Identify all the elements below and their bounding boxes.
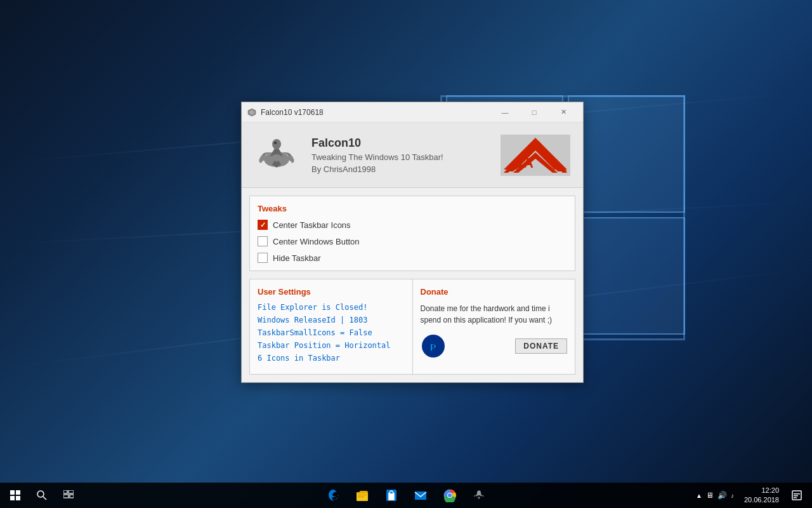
tray-expand-icon[interactable]: ▲: [696, 492, 702, 499]
taskbar-mail-button[interactable]: [407, 483, 435, 508]
setting-icon-count: 6 Icons in Taskbar: [258, 354, 405, 363]
donate-button[interactable]: DONATE: [515, 338, 567, 354]
donate-bottom: P P DONATE: [421, 333, 568, 359]
svg-rect-26: [389, 493, 394, 500]
checkbox-row-center-windows: Center Windows Button: [258, 236, 567, 246]
checkbox-row-hide-taskbar: Hide Taskbar: [258, 253, 567, 263]
center-taskbar-icons-checkbox[interactable]: [258, 220, 268, 230]
svg-rect-35: [794, 495, 798, 497]
app-header: Falcon10 Tweaking The Windows 10 Taskbar…: [242, 123, 583, 188]
donate-section: Donate Donate me for the hardwork and ti…: [413, 279, 575, 374]
minimize-button[interactable]: —: [490, 102, 520, 123]
window-controls: — □ ✕: [490, 102, 578, 123]
tweaks-section: Tweaks Center Taskbar Icons Center Windo…: [249, 196, 575, 271]
desktop: Falcon10 v170618 — □ ✕: [0, 0, 812, 508]
clock-time: 12:20: [744, 486, 779, 495]
bottom-sections: User Settings File Explorer is Closed! W…: [249, 279, 575, 375]
app-window: Falcon10 v170618 — □ ✕: [241, 102, 584, 383]
donate-text: Donate me for the hardwork and time i sp…: [421, 303, 568, 326]
checkbox-row-center-taskbar: Center Taskbar Icons: [258, 220, 567, 230]
search-button[interactable]: [29, 483, 55, 508]
center-windows-button-label: Center Windows Button: [273, 237, 360, 246]
setting-position: Taskbar Position = Horizontal: [258, 341, 405, 350]
app-tagline: Tweaking The Windows 10 Taskbar!: [311, 152, 488, 162]
svg-rect-19: [69, 490, 74, 493]
svg-rect-13: [16, 490, 20, 495]
svg-point-16: [37, 491, 44, 497]
window-titlebar: Falcon10 v170618 — □ ✕: [242, 102, 583, 123]
maximize-button[interactable]: □: [520, 102, 549, 123]
svg-point-1: [272, 139, 281, 149]
svg-point-32: [477, 491, 481, 495]
svg-rect-15: [16, 496, 20, 500]
svg-rect-27: [415, 491, 426, 500]
svg-rect-21: [70, 495, 74, 498]
setting-file-explorer: File Explorer is Closed!: [258, 303, 405, 312]
taskbar-falcon-button[interactable]: [465, 483, 493, 508]
user-settings-section: User Settings File Explorer is Closed! W…: [250, 279, 413, 374]
taskbar-right: ▲ 🖥 🔊 ♪ 12:20 20.06.2018: [691, 483, 812, 508]
taskbar-clock[interactable]: 12:20 20.06.2018: [742, 486, 782, 505]
svg-rect-23: [358, 495, 367, 495]
taskbar-center-apps: [319, 483, 493, 508]
svg-rect-36: [794, 497, 797, 498]
app-author: By ChrisAnd1998: [311, 164, 488, 174]
paypal-icon: P P: [421, 333, 446, 359]
svg-rect-12: [10, 490, 15, 495]
tweaks-title: Tweaks: [258, 204, 567, 213]
taskbar-chrome-button[interactable]: [436, 483, 464, 508]
close-button[interactable]: ✕: [549, 102, 578, 123]
notification-center-button[interactable]: [784, 483, 809, 508]
app-name: Falcon10: [311, 137, 488, 150]
app-info: Falcon10 Tweaking The Windows 10 Taskbar…: [311, 137, 488, 174]
donate-title: Donate: [421, 287, 568, 297]
setting-release-id: Windows ReleaseId | 1803: [258, 316, 405, 324]
taskbar-store-button[interactable]: [377, 483, 405, 508]
taskbar: ▲ 🖥 🔊 ♪ 12:20 20.06.2018: [0, 483, 812, 508]
svg-point-2: [274, 142, 277, 144]
svg-rect-18: [63, 490, 67, 493]
falcon-logo-icon: [254, 133, 299, 177]
center-windows-button-checkbox[interactable]: [258, 236, 268, 246]
svg-rect-24: [358, 497, 364, 497]
window-content: Falcon10 Tweaking The Windows 10 Taskbar…: [242, 123, 583, 375]
setting-small-icons: TaskbarSmallIcons = False: [258, 328, 405, 337]
win-pane-tr: [568, 95, 685, 213]
svg-point-31: [448, 493, 452, 497]
window-icon: [247, 107, 257, 117]
svg-rect-34: [794, 493, 800, 495]
app-logo: [254, 133, 299, 177]
volume-icon[interactable]: 🔊: [717, 491, 727, 500]
hide-taskbar-label: Hide Taskbar: [273, 253, 321, 263]
svg-rect-14: [10, 496, 15, 500]
start-button[interactable]: [3, 483, 28, 508]
task-view-button[interactable]: [56, 483, 81, 508]
hide-taskbar-checkbox[interactable]: [258, 253, 268, 263]
win-pane-br: [568, 217, 685, 335]
user-settings-title: User Settings: [258, 287, 405, 297]
taskbar-edge-button[interactable]: [319, 483, 347, 508]
clock-date: 20.06.2018: [744, 495, 779, 505]
svg-rect-20: [63, 495, 69, 498]
svg-text:P: P: [431, 342, 437, 352]
speaker-icon: ♪: [731, 492, 734, 499]
taskbar-left: [0, 483, 81, 508]
system-icons: ▲ 🖥 🔊 ♪: [691, 491, 739, 500]
center-taskbar-icons-label: Center Taskbar Icons: [273, 220, 351, 230]
taskbar-explorer-button[interactable]: [348, 483, 376, 508]
window-title: Falcon10 v170618: [261, 108, 490, 117]
network-icon[interactable]: 🖥: [706, 491, 714, 500]
ca-logo: CA: [501, 135, 570, 176]
svg-line-17: [43, 497, 46, 500]
